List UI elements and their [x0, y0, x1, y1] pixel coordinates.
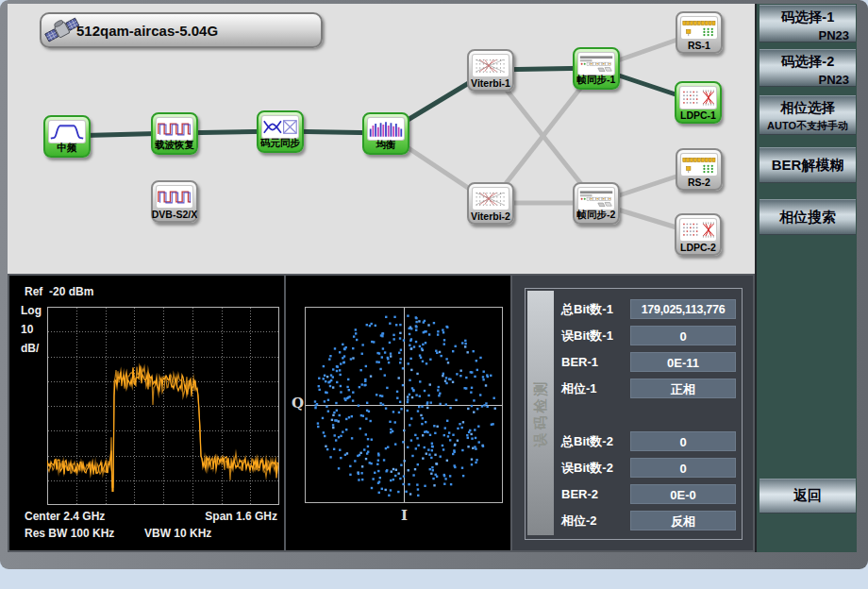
trellis-icon: [472, 187, 509, 210]
squarewave-icon: [156, 185, 193, 209]
spectrum-panel: Ref -20 dBm Log 10 dB/ Center 2.4 GHz Sp…: [9, 276, 284, 550]
scale-db-label: dB/: [21, 342, 39, 355]
ber-row-label-6: BER-2: [561, 484, 598, 504]
flow-block-label: 帧同步-1: [569, 74, 624, 87]
spectrum-canvas: [47, 307, 279, 505]
ber-row-value-0: 179,025,113,776: [630, 299, 736, 319]
flow-block-label: RS-2: [672, 177, 726, 188]
flow-block-ldpc-2[interactable]: LDPC-2: [675, 213, 722, 256]
flow-block-ldpc-1[interactable]: LDPC-1: [675, 81, 722, 124]
flow-block-frame-sync-1[interactable]: 帧同步-1: [573, 47, 620, 90]
sidebar-button-phase-search[interactable]: 相位搜索: [760, 199, 856, 235]
flow-block-label: 载波恢复: [147, 139, 202, 152]
ber-row-label-7: 相位-2: [561, 511, 597, 530]
span-label: Span 1.6 GHz: [205, 510, 277, 523]
framesync-icon: [577, 52, 615, 76]
scale-log-label: Log: [21, 304, 42, 317]
flow-block-carrier-recovery[interactable]: 载波恢复: [151, 112, 198, 155]
flow-diagram-area: 512qam-aircas-5.04G 中频载波恢复码元同步均衡DVB-S2/X…: [8, 4, 755, 274]
flow-block-dvb-s2x[interactable]: DVB-S2/X: [151, 180, 198, 223]
sidebar-button-value: PN23: [760, 28, 856, 42]
sidebar-button-value: AUTO不支持手动: [760, 119, 856, 133]
ber-row-label-5: 误Bit数-2: [561, 458, 613, 478]
sidebar-button-value: PN23: [760, 73, 856, 87]
ber-row-value-6: 0E-0: [630, 484, 736, 504]
rs-icon: [680, 16, 718, 40]
sidebar-button-label: 码选择-1: [760, 8, 856, 26]
ber-row-value-1: 0: [630, 326, 736, 345]
main-window: 512qam-aircas-5.04G 中频载波恢复码元同步均衡DVB-S2/X…: [0, 0, 868, 569]
flow-block-label: 中频: [40, 142, 94, 155]
ber-results-box: 误码检测 总Bit数-1179,025,113,776误Bit数-10BER-1…: [525, 288, 743, 540]
rs-icon: [680, 153, 718, 177]
i-axis-label: I: [401, 507, 408, 524]
flow-block-label: RS-1: [672, 40, 726, 51]
ber-row-label-1: 误Bit数-1: [561, 326, 613, 345]
sidebar-button-ber-deambiguity[interactable]: BER解模糊: [760, 147, 856, 183]
trellis-icon: [472, 54, 509, 77]
eye-icon: [261, 115, 299, 139]
sidebar-button-label: 码选择-2: [760, 53, 856, 71]
ber-row-value-5: 0: [630, 458, 736, 478]
center-freq-label: Center 2.4 GHz: [25, 510, 105, 523]
ber-row-value-3: 正相: [630, 379, 736, 398]
back-button[interactable]: 返回: [760, 479, 856, 513]
flow-block-viterbi-2[interactable]: Viterbi-2: [467, 182, 514, 225]
framesync-icon: [577, 187, 615, 210]
signal-title-button[interactable]: 512qam-aircas-5.04G: [40, 12, 323, 48]
softkey-sidebar: 码选择-1PN23码选择-2PN23相位选择AUTO不支持手动BER解模糊相位搜…: [755, 4, 857, 552]
flow-block-label: DVB-S2/X: [147, 209, 202, 220]
window-content: 512qam-aircas-5.04G 中频载波恢复码元同步均衡DVB-S2/X…: [8, 4, 857, 552]
ber-row-label-2: BER-1: [561, 352, 598, 372]
scale-10-label: 10: [21, 323, 33, 336]
sidebar-button-code-select-1[interactable]: 码选择-1PN23: [760, 5, 856, 42]
satellite-icon: [44, 15, 80, 45]
flow-block-rs-2[interactable]: RS-2: [676, 148, 723, 191]
ldpc-icon: [679, 218, 717, 242]
sidebar-button-label: 相位选择: [760, 99, 856, 117]
flow-block-label: 均衡: [359, 139, 413, 152]
rbw-label: Res BW 100 KHz: [25, 527, 114, 540]
app-root: { "window": { "title_button": { "label":…: [0, 0, 868, 589]
flow-block-label: LDPC-2: [671, 242, 726, 253]
constellation-canvas: [305, 307, 503, 503]
flow-block-label: 码元同步: [253, 137, 308, 150]
ber-row-value-2: 0E-11: [630, 352, 736, 372]
ber-panel-title-strip: 误码检测: [527, 291, 554, 535]
bars-icon: [367, 117, 405, 141]
flow-block-equalizer[interactable]: 均衡: [362, 112, 409, 155]
squarewave-icon: [156, 117, 193, 141]
flow-block-rs-1[interactable]: RS-1: [676, 11, 723, 54]
flow-block-label: 帧同步-2: [569, 209, 624, 222]
bottom-panels: Ref -20 dBm Log 10 dB/ Center 2.4 GHz Sp…: [8, 274, 755, 552]
ber-row-value-7: 反相: [630, 511, 736, 530]
flow-block-label: Viterbi-1: [463, 77, 518, 89]
ber-row-label-4: 总Bit数-2: [561, 431, 613, 451]
sidebar-button-code-select-2[interactable]: 码选择-2PN23: [760, 49, 856, 87]
flow-block-frame-sync-2[interactable]: 帧同步-2: [573, 182, 620, 225]
vbw-label: VBW 10 KHz: [144, 527, 211, 540]
constellation-panel: Q I: [286, 276, 510, 550]
signal-title-label: 512qam-aircas-5.04G: [76, 23, 218, 39]
ber-panel-title: 误码检测: [532, 379, 550, 447]
ref-level-label: Ref -20 dBm: [25, 285, 93, 298]
flow-block-symbol-sync[interactable]: 码元同步: [257, 110, 304, 153]
flow-block-viterbi-1[interactable]: Viterbi-1: [467, 49, 514, 92]
ber-row-label-0: 总Bit数-1: [561, 299, 613, 319]
flow-block-if[interactable]: 中频: [43, 115, 91, 158]
flow-block-label: Viterbi-2: [463, 210, 518, 222]
spectrum-icon: [48, 120, 86, 143]
ber-panel: 误码检测 总Bit数-1179,025,113,776误Bit数-10BER-1…: [512, 276, 753, 550]
flow-block-label: LDPC-1: [671, 109, 726, 121]
sidebar-button-phase-select[interactable]: 相位选择AUTO不支持手动: [760, 95, 856, 135]
ldpc-icon: [679, 86, 717, 109]
ber-row-value-4: 0: [630, 431, 736, 451]
ber-row-label-3: 相位-1: [561, 379, 597, 398]
q-axis-label: Q: [292, 395, 304, 412]
